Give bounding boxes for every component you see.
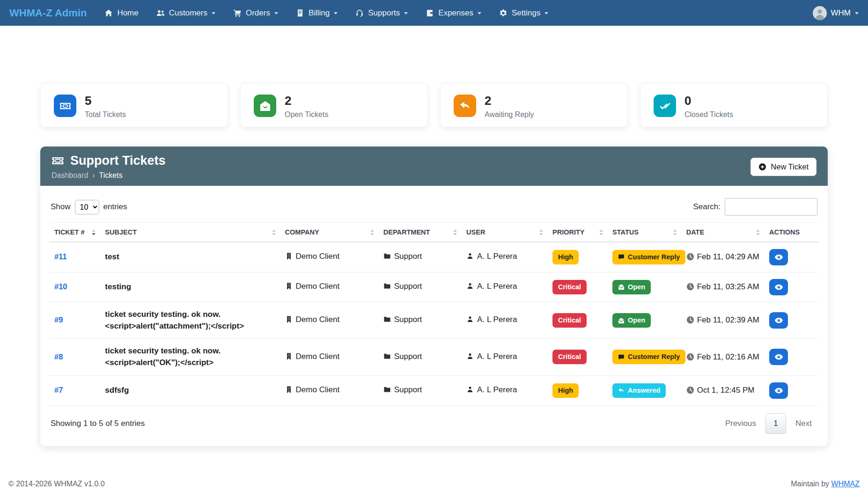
column-header-company[interactable]: COMPANY bbox=[280, 223, 379, 242]
user-menu[interactable]: WHM bbox=[813, 6, 859, 20]
stat-value: 0 bbox=[684, 95, 733, 107]
status-badge-label: Customer Reply bbox=[628, 352, 680, 362]
user-icon bbox=[466, 352, 474, 364]
ticket-number-link[interactable]: #11 bbox=[54, 252, 67, 261]
ticket-number-link[interactable]: #10 bbox=[54, 282, 67, 291]
priority-badge-label: Critical bbox=[558, 282, 581, 292]
column-header-priority[interactable]: PRIORITY bbox=[548, 223, 608, 242]
ticket-date-text: Feb 11, 04:29 AM bbox=[697, 252, 759, 261]
view-ticket-button[interactable] bbox=[769, 249, 788, 265]
sort-arrows-icon bbox=[599, 229, 603, 235]
ticket-subject: ticket security testing. ok now. <script… bbox=[105, 310, 244, 330]
nav-item-supports[interactable]: Supports bbox=[355, 8, 408, 18]
folder-icon bbox=[383, 282, 391, 293]
department-name: Support bbox=[394, 352, 422, 361]
panel-header: Support Tickets Dashboard › Tickets New … bbox=[40, 147, 828, 186]
column-header-user[interactable]: USER bbox=[462, 223, 548, 242]
search-input[interactable] bbox=[725, 198, 817, 216]
headset-icon bbox=[355, 9, 364, 17]
stat-value: 5 bbox=[85, 95, 126, 107]
home-icon bbox=[104, 9, 113, 17]
status-badge-label: Open bbox=[628, 282, 645, 292]
status-badge-label: Customer Reply bbox=[628, 252, 680, 262]
status-badge-label: Open bbox=[628, 315, 645, 325]
column-header-status[interactable]: STATUS bbox=[608, 223, 682, 242]
view-ticket-button[interactable] bbox=[769, 382, 788, 399]
main-nav: Home Customers Orders Billing Supports E… bbox=[104, 8, 798, 18]
column-header-date[interactable]: DATE bbox=[682, 223, 765, 242]
status-badge: Open bbox=[612, 280, 651, 294]
brand-logo[interactable]: WHMA-Z Admin bbox=[9, 7, 87, 19]
chevron-down-icon bbox=[274, 12, 278, 15]
user-name: A. L Perera bbox=[477, 385, 517, 394]
column-header-department[interactable]: DEPARTMENT bbox=[379, 223, 462, 242]
building-icon bbox=[285, 315, 293, 327]
ticket-date-text: Feb 11, 03:25 AM bbox=[697, 282, 759, 291]
eye-icon bbox=[774, 316, 783, 325]
ticket-subject: testing bbox=[105, 282, 131, 291]
stat-label: Total Tickets bbox=[85, 110, 126, 119]
page-length-select[interactable]: 10 bbox=[75, 200, 99, 214]
breadcrumb-current: Tickets bbox=[99, 171, 123, 180]
company-name: Demo Client bbox=[296, 352, 340, 361]
nav-item-label: Supports bbox=[368, 8, 400, 18]
nav-item-orders[interactable]: Orders bbox=[233, 8, 278, 18]
nav-item-label: Billing bbox=[309, 8, 330, 18]
ticket-date: Oct 1, 12:45 PM bbox=[686, 386, 755, 395]
priority-badge: High bbox=[552, 383, 579, 398]
status-badge: Open bbox=[612, 313, 651, 328]
users-icon bbox=[156, 9, 165, 17]
user-menu-label: WHM bbox=[831, 8, 851, 18]
chevron-down-icon bbox=[334, 12, 338, 15]
copyright-text: © 2014-2026 WHMAZ v1.0.0 bbox=[8, 480, 105, 488]
status-badge: Customer Reply bbox=[612, 250, 685, 264]
chevron-down-icon bbox=[544, 12, 548, 15]
eye-icon bbox=[774, 283, 783, 292]
pagination-previous[interactable]: Previous bbox=[720, 415, 762, 432]
stat-label: Awaiting Reply bbox=[485, 110, 534, 119]
nav-item-home[interactable]: Home bbox=[104, 8, 138, 18]
department-name: Support bbox=[394, 282, 422, 291]
whmaz-link[interactable]: WHMAZ bbox=[831, 480, 860, 488]
view-ticket-button[interactable] bbox=[769, 349, 788, 365]
nav-item-billing[interactable]: Billing bbox=[296, 8, 338, 18]
column-header-subject[interactable]: SUBJECT bbox=[100, 223, 280, 242]
company-name: Demo Client bbox=[296, 315, 340, 324]
user-name: A. L Perera bbox=[477, 352, 517, 361]
gear-icon bbox=[499, 9, 508, 17]
priority-badge: Critical bbox=[552, 280, 587, 294]
priority-badge-label: Critical bbox=[558, 315, 581, 325]
ticket-icon bbox=[54, 95, 76, 117]
nav-item-customers[interactable]: Customers bbox=[156, 8, 215, 18]
nav-item-expenses[interactable]: Expenses bbox=[426, 8, 481, 18]
nav-item-label: Customers bbox=[169, 8, 207, 18]
ticket-number-link[interactable]: #8 bbox=[54, 352, 63, 361]
ticket-date: Feb 11, 03:25 AM bbox=[686, 282, 759, 291]
sort-arrows-icon bbox=[92, 229, 96, 235]
view-ticket-button[interactable] bbox=[769, 312, 788, 329]
column-header-ticket[interactable]: TICKET # bbox=[50, 223, 100, 242]
ticket-date-text: Feb 11, 02:16 AM bbox=[697, 352, 759, 361]
sort-arrows-icon bbox=[370, 229, 374, 235]
view-ticket-button[interactable] bbox=[769, 279, 788, 295]
table-row: #8 ticket security testing. ok now. <scr… bbox=[50, 339, 818, 375]
status-badge-icon bbox=[618, 284, 625, 290]
page-title: Support Tickets bbox=[51, 154, 166, 168]
building-icon bbox=[285, 252, 293, 264]
status-badge: Answered bbox=[612, 383, 666, 398]
stat-card-awaiting-reply: 2 Awaiting Reply bbox=[440, 83, 628, 127]
ticket-icon bbox=[51, 154, 64, 167]
table-footer: Showing 1 to 5 of 5 entries Previous 1 N… bbox=[51, 413, 817, 434]
nav-item-settings[interactable]: Settings bbox=[499, 8, 548, 18]
ticket-number-link[interactable]: #7 bbox=[54, 386, 63, 394]
top-navbar: WHMA-Z Admin Home Customers Orders Billi… bbox=[0, 0, 868, 26]
department-name: Support bbox=[394, 252, 422, 261]
new-ticket-button[interactable]: New Ticket bbox=[750, 158, 817, 176]
pagination-page-1[interactable]: 1 bbox=[765, 413, 786, 434]
ticket-number-link[interactable]: #9 bbox=[54, 315, 63, 324]
ticket-subject: sdfsfg bbox=[105, 386, 129, 395]
pagination-next[interactable]: Next bbox=[790, 415, 817, 432]
user-name: A. L Perera bbox=[477, 282, 517, 291]
status-badge-label: Answered bbox=[628, 386, 660, 396]
breadcrumb-dashboard-link[interactable]: Dashboard bbox=[51, 171, 88, 180]
